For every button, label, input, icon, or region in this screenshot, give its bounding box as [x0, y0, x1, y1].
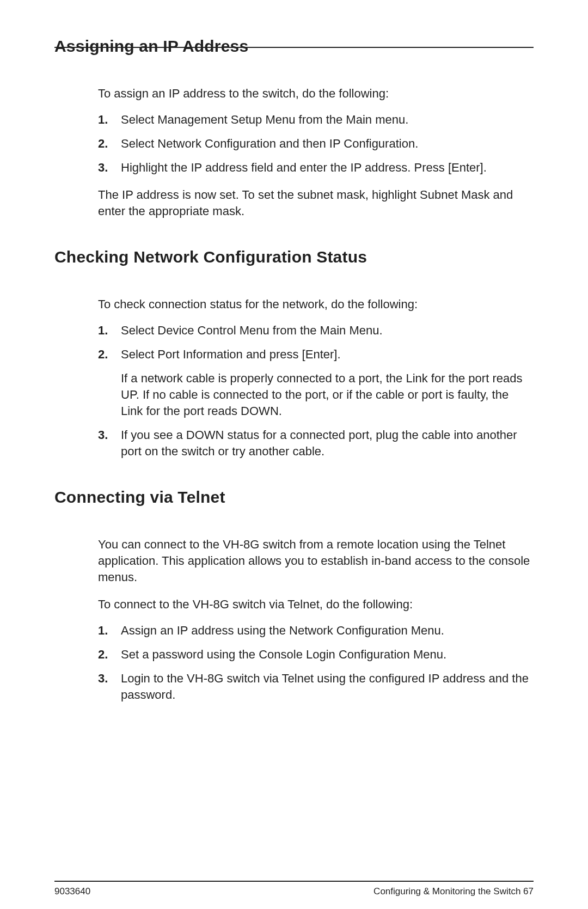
step-text: Select Network Configuration and then IP… — [121, 137, 418, 150]
step-text: Select Port Information and press [Enter… — [121, 347, 341, 361]
step-text: Assign an IP address using the Network C… — [121, 624, 444, 637]
step-subtext: If a network cable is properly connected… — [121, 370, 534, 419]
step-text: Select Management Setup Menu from the Ma… — [121, 113, 408, 126]
section-body-assign-ip: To assign an IP address to the switch, d… — [98, 86, 534, 219]
section-heading-check-status: Checking Network Configuration Status — [54, 248, 534, 266]
steps-list: Assign an IP address using the Network C… — [98, 623, 534, 703]
step-text: If you see a DOWN status for a connected… — [121, 428, 517, 458]
intro-text: To connect to the VH-8G switch via Telne… — [98, 596, 534, 613]
preintro-text: You can connect to the VH-8G switch from… — [98, 536, 534, 585]
intro-text: To check connection status for the netwo… — [98, 296, 534, 313]
footer-right-text: Configuring & Monitoring the Switch 67 — [373, 886, 534, 897]
step-text: Set a password using the Console Login C… — [121, 648, 446, 661]
footer: 9033640 Configuring & Monitoring the Swi… — [54, 881, 534, 897]
intro-text: To assign an IP address to the switch, d… — [98, 86, 534, 102]
step-item: Set a password using the Console Login C… — [98, 646, 534, 663]
page: Assigning an IP Address To assign an IP … — [0, 19, 588, 909]
step-item: If you see a DOWN status for a connected… — [98, 427, 534, 460]
step-item: Select Port Information and press [Enter… — [98, 346, 534, 419]
footer-left-text: 9033640 — [54, 886, 90, 897]
after-steps-text: The IP address is now set. To set the su… — [98, 187, 534, 219]
step-item: Select Network Configuration and then IP… — [98, 136, 534, 152]
step-text: Login to the VH-8G switch via Telnet usi… — [121, 672, 529, 701]
step-text: Select Device Control Menu from the Main… — [121, 324, 383, 337]
steps-list: Select Management Setup Menu from the Ma… — [98, 112, 534, 176]
footer-row: 9033640 Configuring & Monitoring the Swi… — [54, 886, 534, 897]
step-text: Highlight the IP address field and enter… — [121, 161, 487, 174]
steps-list: Select Device Control Menu from the Main… — [98, 322, 534, 460]
step-item: Login to the VH-8G switch via Telnet usi… — [98, 670, 534, 703]
step-item: Assign an IP address using the Network C… — [98, 623, 534, 639]
section-body-check-status: To check connection status for the netwo… — [98, 296, 534, 460]
step-item: Select Device Control Menu from the Main… — [98, 322, 534, 339]
section-heading-telnet: Connecting via Telnet — [54, 488, 534, 507]
section-body-telnet: You can connect to the VH-8G switch from… — [98, 536, 534, 703]
bottom-rule — [54, 881, 534, 882]
section-heading-assign-ip: Assigning an IP Address — [54, 19, 534, 56]
step-item: Select Management Setup Menu from the Ma… — [98, 112, 534, 128]
top-rule — [54, 47, 534, 48]
step-item: Highlight the IP address field and enter… — [98, 160, 534, 176]
